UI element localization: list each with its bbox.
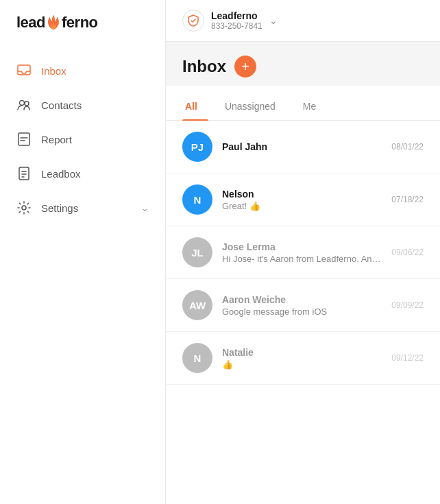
conversation-item[interactable]: JL Jose Lerma Hi Jose- it's Aaron from L… bbox=[166, 226, 440, 279]
sidebar-item-label: Report bbox=[41, 134, 72, 145]
tab-all[interactable]: All bbox=[182, 95, 208, 120]
inbox-icon bbox=[16, 63, 32, 78]
sidebar-item-label: Contacts bbox=[41, 99, 82, 111]
conv-date: 09/09/22 bbox=[391, 300, 424, 310]
leadbox-icon bbox=[16, 166, 32, 181]
sidebar-nav: Inbox Contacts Report Leadbox Settings ⌄ bbox=[0, 53, 165, 225]
shield-icon bbox=[182, 10, 204, 32]
main-content: Leadferno 833-250-7841 ⌄ Inbox + AllUnas… bbox=[166, 0, 440, 504]
conv-preview: Google message from iOS bbox=[222, 307, 382, 317]
conv-body: Natalie 👍 bbox=[222, 347, 382, 370]
conv-preview: Great! 👍 bbox=[222, 201, 382, 211]
sidebar-item-settings[interactable]: Settings ⌄ bbox=[0, 191, 165, 225]
conv-date: 08/01/22 bbox=[391, 142, 424, 152]
flame-icon bbox=[46, 14, 61, 32]
topbar: Leadferno 833-250-7841 ⌄ bbox=[166, 0, 440, 42]
conv-preview: Hi Jose- it's Aaron from Leadferno. Anyt… bbox=[222, 254, 382, 264]
conv-date: 09/12/22 bbox=[391, 353, 424, 363]
topbar-brand-name: Leadferno bbox=[211, 10, 262, 21]
sidebar: lead ferno Inbox Contacts Report Leadbox… bbox=[0, 0, 166, 504]
conversation-item[interactable]: N Natalie 👍 09/12/22 bbox=[166, 332, 440, 385]
avatar: N bbox=[182, 343, 212, 373]
conv-date: 09/06/22 bbox=[391, 248, 424, 257]
topbar-brand[interactable]: Leadferno 833-250-7841 ⌄ bbox=[182, 10, 278, 32]
svg-point-2 bbox=[25, 101, 29, 106]
conv-name: Jose Lerma bbox=[222, 241, 382, 252]
conv-name: Aaron Weiche bbox=[222, 294, 382, 305]
svg-point-5 bbox=[22, 206, 26, 210]
conv-name: Natalie bbox=[222, 347, 382, 358]
logo-text-right: ferno bbox=[62, 14, 98, 32]
conv-body: Aaron Weiche Google message from iOS bbox=[222, 294, 382, 317]
conversation-item[interactable]: N Nelson Great! 👍 07/18/22 bbox=[166, 173, 440, 226]
sidebar-item-label: Inbox bbox=[41, 65, 66, 77]
conv-body: Nelson Great! 👍 bbox=[222, 189, 382, 211]
sidebar-item-contacts[interactable]: Contacts bbox=[0, 88, 165, 122]
report-icon bbox=[16, 132, 32, 147]
contacts-icon bbox=[16, 97, 32, 112]
conv-body: Paul Jahn bbox=[222, 141, 382, 152]
sidebar-item-leadbox[interactable]: Leadbox bbox=[0, 156, 165, 191]
add-conversation-button[interactable]: + bbox=[234, 56, 256, 77]
tab-unassigned[interactable]: Unassigned bbox=[222, 95, 286, 120]
avatar: AW bbox=[182, 290, 212, 320]
topbar-info: Leadferno 833-250-7841 bbox=[211, 10, 262, 31]
topbar-phone: 833-250-7841 bbox=[211, 21, 262, 31]
conv-name: Paul Jahn bbox=[222, 141, 382, 152]
conv-body: Jose Lerma Hi Jose- it's Aaron from Lead… bbox=[222, 241, 382, 264]
page-title: Inbox bbox=[182, 57, 226, 76]
logo: lead ferno bbox=[0, 14, 165, 53]
avatar: PJ bbox=[182, 132, 212, 162]
settings-chevron-icon: ⌄ bbox=[141, 203, 149, 213]
svg-rect-4 bbox=[19, 167, 29, 180]
conv-date: 07/18/22 bbox=[391, 195, 424, 204]
sidebar-item-label: Leadbox bbox=[41, 168, 81, 180]
svg-rect-3 bbox=[19, 133, 29, 145]
topbar-chevron-icon[interactable]: ⌄ bbox=[269, 15, 278, 26]
conversation-item[interactable]: AW Aaron Weiche Google message from iOS … bbox=[166, 279, 440, 332]
avatar: JL bbox=[182, 237, 212, 267]
conversation-list: PJ Paul Jahn 08/01/22 N Nelson Great! 👍 … bbox=[166, 121, 440, 504]
logo-text-left: lead bbox=[16, 14, 45, 32]
avatar: N bbox=[182, 184, 212, 215]
conv-name: Nelson bbox=[222, 189, 382, 200]
sidebar-item-label: Settings bbox=[41, 202, 78, 214]
tabs-bar: AllUnassignedMe bbox=[166, 86, 440, 121]
sidebar-item-inbox[interactable]: Inbox bbox=[0, 53, 165, 88]
conversation-item[interactable]: PJ Paul Jahn 08/01/22 bbox=[166, 121, 440, 173]
inbox-header: Inbox + bbox=[166, 42, 440, 77]
conv-preview: 👍 bbox=[222, 359, 382, 370]
svg-point-1 bbox=[20, 101, 25, 106]
settings-icon bbox=[16, 200, 32, 215]
sidebar-item-report[interactable]: Report bbox=[0, 122, 165, 156]
tab-me[interactable]: Me bbox=[300, 95, 327, 120]
